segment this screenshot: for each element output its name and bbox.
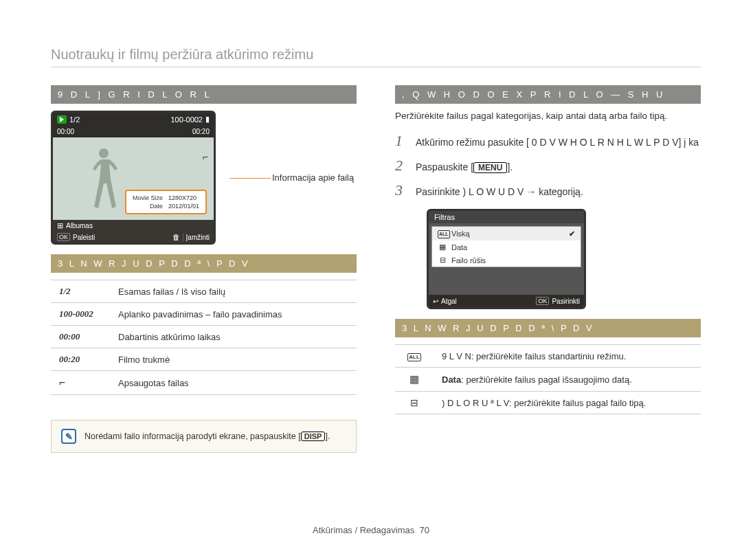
device-row-actions: OK Paleisti 🗑 Įamžinti [53,232,214,243]
play-label: Paleisti [73,234,95,241]
info-icon: ✎ [61,429,76,444]
left-column: 9 D L ] G R I D L O R L 1/2 100-0002 ▮ 0… [51,85,357,453]
left-desc-table: 1/2Esamas failas / Iš viso failų 100-000… [51,280,357,395]
file-id: 100-0002 [171,115,203,124]
step-3: Pasirinkite ) L O W U D V → kategoriją. [395,181,701,199]
table-row: 00:20Filmo trukmė [51,348,357,371]
callout-label: Informacija apie failą [272,172,354,183]
callout-leader [229,178,271,179]
filter-label: Data [451,243,467,251]
right-table-header: 3 L N W R J U D P D D ª \ P D V [395,319,701,337]
page-title: Nuotraukų ir filmų peržiūra atkūrimo rež… [51,47,701,67]
filter-label: Viską [451,229,470,238]
filter-header: Filtras [429,211,584,223]
total-duration: 00:20 [192,128,210,135]
cell-val: Filmo trukmė [110,348,357,371]
cell-key: 1/2 [51,280,110,303]
play-icon [57,115,67,124]
silhouette-figure [85,146,123,212]
back-label: Atgal [441,298,457,305]
grid-icon: ⊞ [57,221,63,230]
check-icon: ✔ [569,229,575,238]
table-row: 1/2Esamas failas / Iš viso failų [51,280,357,303]
ok-icon: OK [57,233,70,241]
note-box: ✎ Norėdami failo informaciją parodyti ek… [51,420,357,453]
disp-button-label: DISP [301,432,326,441]
all-icon: ALL [395,345,434,368]
file-info-box: Movie Size 1280X720 Date 2012/01/01 [125,190,207,214]
back-icon: ↩ [433,298,438,305]
file-counter: 1/2 [69,115,80,124]
elapsed-time: 00:00 [57,128,74,135]
svg-marker-0 [60,117,64,122]
filter-option-all: ALL Viską ✔ [432,227,581,240]
step-1: Atkūrimo režimu pasukite [ 0 D V W H O L… [395,132,701,150]
right-section-header: , Q W H O D O E X P R I D L O — S H U [395,85,701,104]
device-row-album: ⊞ Albumas [53,220,214,232]
lock-icon: ⌐ [51,371,110,395]
cell-val: Data: peržiūrėkite failus pagal išsaugoj… [434,368,701,392]
device-screenshot-wrap: 1/2 100-0002 ▮ 00:00 00:20 ⌐ [51,111,357,245]
cell-val: ) D L O R U ª L V: peržiūrėkite failus p… [434,392,701,414]
table-row: ALL 9 L V N: peržiūrėkite failus standar… [395,345,701,368]
filter-label: Failo rūšis [451,256,486,265]
device-screenshot: 1/2 100-0002 ▮ 00:00 00:20 ⌐ [51,111,216,245]
battery-icon: ▮ [205,115,210,124]
cell-val: Esamas failas / Iš viso failų [110,280,357,303]
trash-icon: 🗑 [172,233,180,241]
steps-list: Atkūrimo režimu pasukite [ 0 D V W H O L… [395,132,701,199]
filter-footer: ↩ Atgal OK Pasirinkti [429,295,584,307]
album-label: Albumas [66,222,93,229]
info-size-value: 1280X720 [166,194,201,201]
info-date-value: 2012/01/01 [166,203,201,210]
device-top-bar: 1/2 100-0002 ▮ [53,113,214,126]
right-column: , Q W H O D O E X P R I D L O — S H U Pe… [395,85,701,453]
intro-text: Peržiūrėkite failus pagal kategorijas, k… [395,111,701,121]
cell-key: 00:20 [51,348,110,371]
filter-option-type: ⊟ Failo rūšis [432,254,581,267]
lock-icon: ⌐ [203,151,208,162]
cell-val: 9 L V N: peržiūrėkite failus standartini… [434,345,701,368]
info-date-label: Date [131,203,165,210]
table-row: ⊟ ) D L O R U ª L V: peržiūrėkite failus… [395,392,701,414]
cell-key: 100-0002 [51,303,110,326]
cell-val: Aplanko pavadinimas – failo pavadinimas [110,303,357,326]
ok-icon: OK [536,297,549,305]
filetype-icon: ⊟ [395,392,434,414]
page-footer: Atkūrimas / Redagavimas 70 [0,525,742,535]
filetype-icon: ⊟ [438,256,447,265]
note-text: Norėdami failo informaciją parodyti ekra… [85,432,330,441]
cell-val: Dabartinis atkūrimo laikas [110,326,357,348]
left-section-header: 9 D L ] G R I D L O R L [51,85,357,104]
right-desc-table: ALL 9 L V N: peržiūrėkite failus standar… [395,344,701,414]
calendar-icon: ▦ [395,368,434,392]
info-size-label: Movie Size [131,194,165,201]
table-row: ▦ Data: peržiūrėkite failus pagal išsaug… [395,368,701,392]
filter-panel: ALL Viską ✔ ▦ Data ⊟ Failo rūšis [431,226,581,267]
device-preview: ⌐ Movie Size 1280X720 Date 2012/01/01 [53,137,214,220]
table-row: 100-0002Aplanko pavadinimas – failo pava… [51,303,357,326]
table-row: 00:00Dabartinis atkūrimo laikas [51,326,357,348]
menu-button-label: MENU [473,162,507,173]
calendar-icon: ▦ [438,243,447,251]
all-icon: ALL [438,229,447,238]
step-2: Paspauskite [MENU]. [395,157,701,175]
device-time-bar: 00:00 00:20 [53,126,214,137]
filter-screenshot: Filtras ALL Viską ✔ ▦ Data ⊟ Failo rūšis [427,209,586,309]
cell-val: Apsaugotas failas [110,371,357,395]
table-row: ⌐Apsaugotas failas [51,371,357,395]
select-label: Pasirinkti [552,298,580,305]
delete-label: Įamžinti [183,234,210,241]
filter-option-date: ▦ Data [432,240,581,254]
left-table-header: 3 L N W R J U D P D D ª \ P D V [51,254,357,273]
cell-key: 00:00 [51,326,110,348]
